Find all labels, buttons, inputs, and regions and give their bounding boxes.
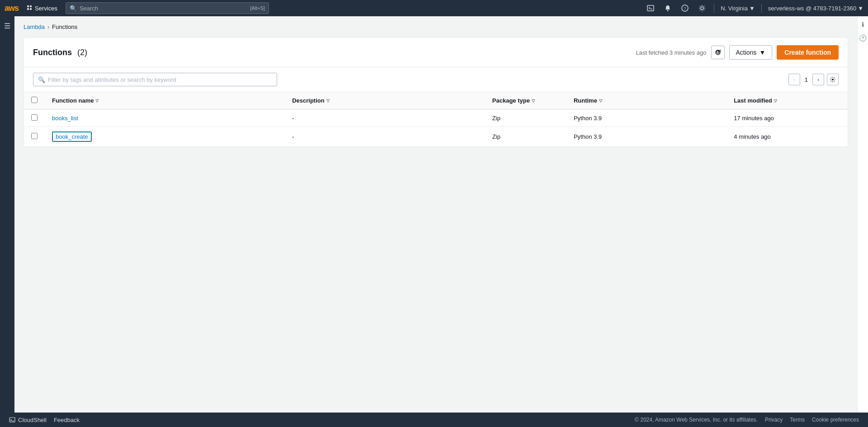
- settings-icon[interactable]: [697, 3, 708, 14]
- page-number: 1: [803, 76, 810, 83]
- actions-chevron-icon: ▼: [759, 49, 765, 56]
- notifications-icon[interactable]: [662, 3, 673, 14]
- sort-icon-fn-name: ▽: [95, 99, 99, 103]
- row-description: -: [285, 127, 485, 147]
- filter-search-icon: 🔍: [38, 76, 45, 83]
- info-icon[interactable]: ℹ: [862, 21, 864, 28]
- cloudshell-nav-icon[interactable]: [645, 3, 656, 14]
- create-function-button[interactable]: Create function: [777, 45, 839, 60]
- select-all-checkbox[interactable]: [31, 97, 38, 103]
- nav-divider-2: [761, 4, 762, 13]
- functions-header: Functions (2) Last fetched 3 minutes ago…: [24, 38, 848, 67]
- function-name-link[interactable]: books_list: [52, 115, 78, 122]
- aws-logo[interactable]: aws: [5, 4, 19, 13]
- search-input[interactable]: [80, 5, 247, 12]
- search-bar: 🔍 [Alt+S]: [66, 2, 269, 14]
- row-checkbox-0[interactable]: [31, 114, 38, 121]
- last-fetched-text: Last fetched 3 minutes ago: [636, 49, 706, 56]
- svg-point-10: [832, 79, 834, 80]
- row-checkbox-1[interactable]: [31, 133, 38, 139]
- col-header-description[interactable]: Description ▽: [285, 92, 485, 109]
- functions-header-right: Last fetched 3 minutes ago Actions ▼ Cre…: [636, 45, 839, 60]
- nav-divider: [714, 4, 714, 13]
- functions-title: Functions: [33, 48, 72, 57]
- nav-icons: ? N. Virginia ▼ serverless-ws @ 4783-719…: [645, 3, 863, 14]
- search-shortcut: [Alt+S]: [250, 5, 265, 11]
- next-page-button[interactable]: ›: [812, 74, 824, 85]
- filter-input-wrap: 🔍: [33, 73, 277, 86]
- top-navigation: aws Services 🔍 [Alt+S]: [0, 0, 868, 16]
- svg-text:?: ?: [684, 6, 686, 11]
- actions-button[interactable]: Actions ▼: [729, 45, 773, 60]
- row-runtime: Python 3.9: [566, 127, 726, 147]
- svg-point-9: [701, 7, 703, 9]
- sidebar-toggle: ☰: [0, 16, 14, 413]
- breadcrumb-separator: ›: [47, 24, 49, 30]
- sort-icon-runtime: ▽: [599, 99, 602, 103]
- table-body: books_list-ZipPython 3.917 minutes agobo…: [24, 109, 848, 146]
- breadcrumb: Lambda › Functions: [24, 23, 848, 30]
- functions-panel: Functions (2) Last fetched 3 minutes ago…: [24, 38, 848, 147]
- svg-rect-3: [30, 8, 32, 10]
- filter-input[interactable]: [48, 76, 272, 83]
- nav-region[interactable]: N. Virginia ▼: [721, 5, 755, 12]
- sort-icon-package-type: ▽: [532, 99, 535, 103]
- svg-point-6: [667, 10, 669, 11]
- search-icon: 🔍: [70, 5, 77, 12]
- sort-icon-last-modified: ▽: [774, 99, 777, 103]
- filter-bar: 🔍 ‹ 1 ›: [24, 67, 848, 92]
- pagination-controls: ‹ 1 ›: [788, 74, 839, 85]
- right-panel: ℹ 🕐: [857, 16, 868, 413]
- refresh-button[interactable]: [711, 46, 725, 59]
- table-row: book_create-ZipPython 3.94 minutes ago: [24, 127, 848, 147]
- grid-icon: [27, 5, 33, 11]
- col-header-last-modified[interactable]: Last modified ▽: [726, 92, 848, 109]
- nav-account[interactable]: serverless-ws @ 4783-7191-2360 ▼: [768, 5, 863, 12]
- functions-table: Function name ▽ Description ▽ Package ty…: [24, 92, 848, 146]
- breadcrumb-current: Functions: [52, 23, 77, 30]
- row-runtime: Python 3.9: [566, 109, 726, 127]
- columns-icon: [830, 77, 835, 82]
- breadcrumb-parent-link[interactable]: Lambda: [24, 23, 45, 30]
- aws-logo-text: aws: [5, 4, 19, 13]
- row-last-modified: 4 minutes ago: [726, 127, 848, 147]
- svg-rect-0: [27, 5, 29, 7]
- services-button[interactable]: Services: [23, 3, 61, 14]
- region-chevron-icon: ▼: [749, 5, 755, 12]
- actions-label: Actions: [736, 49, 757, 56]
- column-settings-button[interactable]: [827, 74, 839, 85]
- sort-icon-description: ▽: [326, 99, 330, 103]
- main-content: Lambda › Functions Functions (2) Last fe…: [14, 16, 857, 413]
- row-last-modified: 17 minutes ago: [726, 109, 848, 127]
- table-row: books_list-ZipPython 3.917 minutes ago: [24, 109, 848, 127]
- clock-icon[interactable]: 🕐: [859, 34, 867, 42]
- col-header-package-type[interactable]: Package type ▽: [485, 92, 566, 109]
- svg-rect-1: [30, 5, 32, 7]
- row-description: -: [285, 109, 485, 127]
- function-name-link-highlighted[interactable]: book_create: [52, 131, 92, 142]
- row-package-type: Zip: [485, 127, 566, 147]
- question-icon: ?: [681, 5, 689, 12]
- svg-rect-2: [27, 8, 29, 10]
- bell-icon: [664, 5, 671, 12]
- col-header-function-name[interactable]: Function name ▽: [45, 92, 285, 109]
- prev-page-button[interactable]: ‹: [788, 74, 800, 85]
- account-chevron-icon: ▼: [858, 5, 863, 12]
- hamburger-button[interactable]: ☰: [4, 22, 10, 30]
- functions-count: (2): [77, 48, 87, 57]
- help-icon[interactable]: ?: [679, 3, 690, 14]
- gear-icon: [698, 5, 706, 12]
- services-label: Services: [35, 5, 57, 12]
- table-header: Function name ▽ Description ▽ Package ty…: [24, 92, 848, 109]
- terminal-icon: [647, 5, 654, 12]
- col-header-runtime[interactable]: Runtime ▽: [566, 92, 726, 109]
- row-package-type: Zip: [485, 109, 566, 127]
- refresh-icon: [715, 49, 721, 56]
- table-header-row: Function name ▽ Description ▽ Package ty…: [24, 92, 848, 109]
- select-all-header: [24, 92, 45, 109]
